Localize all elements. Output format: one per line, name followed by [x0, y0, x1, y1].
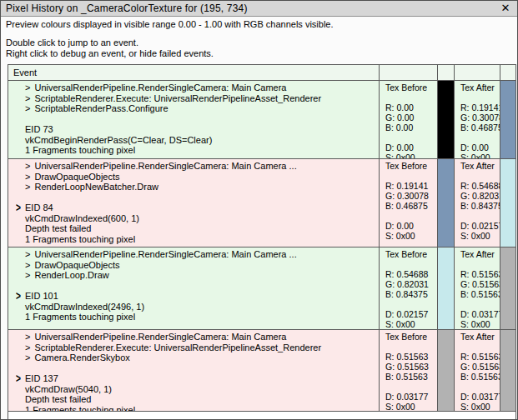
- api-call-label: vkCmdDrawIndexed(600, 1): [8, 213, 379, 224]
- tree-chevron-icon: >: [25, 342, 30, 353]
- window-titlebar[interactable]: Pixel History on _CameraColorTexture for…: [1, 1, 517, 17]
- depth-value: D: 0.03177: [460, 309, 500, 319]
- close-icon[interactable]: ✕: [499, 2, 512, 15]
- fragments-label: 1 Fragments touching pixel: [8, 312, 379, 322]
- eid-label: >EID 84: [8, 202, 379, 213]
- tex-before-cell: Tex Before R: 0.00 G: 0.00 B: 0.00 D: 0.…: [379, 81, 437, 158]
- tex-after-label: Tex After: [460, 82, 500, 92]
- tex-before-swatch: [438, 81, 454, 158]
- event-row-eid-73[interactable]: >UniversalRenderPipeline.RenderSingleCam…: [8, 81, 515, 159]
- tex-before-swatch: [438, 330, 454, 411]
- depth-value: D: 0.02157: [460, 221, 500, 231]
- eid-label: >EID 137: [8, 373, 379, 384]
- tex-before-cell: Tex Before R: 0.19141 G: 0.30078 B: 0.46…: [379, 159, 437, 247]
- event-context-line: >RenderLoopNewBatcher.Draw: [8, 182, 379, 192]
- tex-after-label: Tex After: [460, 161, 500, 171]
- tex-before-label: Tex Before: [385, 161, 437, 171]
- event-row-eid-137[interactable]: >UniversalRenderPipeline.RenderSingleCam…: [8, 330, 515, 412]
- tex-after-cell: Tex After R: 0.54688 G: 0.82031 B: 0.843…: [454, 159, 500, 247]
- channel-value-r: R: 0.19141: [385, 181, 437, 191]
- event-row-eid-84[interactable]: >UniversalRenderPipeline.RenderSingleCam…: [8, 159, 515, 248]
- stencil-value: S: 0x00: [385, 402, 437, 411]
- stencil-value: S: 0x00: [460, 231, 500, 241]
- eid-label: >EID 101: [8, 291, 379, 302]
- channel-value-g: G: 0.51563: [460, 362, 500, 372]
- eid-label: EID 73: [8, 124, 379, 135]
- tex-before-label: Tex Before: [385, 249, 437, 259]
- tex-after-swatch: [500, 248, 515, 329]
- event-context-line: >UniversalRenderPipeline.RenderSingleCam…: [8, 161, 379, 172]
- channel-value-r: R: 0.51563: [460, 269, 500, 279]
- event-cell: >UniversalRenderPipeline.RenderSingleCam…: [8, 81, 379, 158]
- event-context-line: >UniversalRenderPipeline.RenderSingleCam…: [8, 82, 379, 93]
- stencil-value: S: 0x00: [460, 319, 500, 329]
- channel-value-r: R: 0.54688: [460, 181, 500, 191]
- tex-before-cell: Tex Before R: 0.51563 G: 0.51563 B: 0.51…: [379, 330, 437, 411]
- tree-chevron-icon: >: [25, 172, 30, 182]
- event-cell: >UniversalRenderPipeline.RenderSingleCam…: [8, 159, 379, 247]
- channel-value-g: G: 0.82031: [460, 191, 500, 201]
- depth-value: D: 0.03177: [460, 392, 500, 402]
- api-call-label: vkCmdBeginRenderPass(C=Clear, DS=Clear): [8, 135, 379, 146]
- channel-value-b: B: 0.51563: [460, 289, 500, 299]
- test-result-label: Depth test failed: [8, 394, 379, 405]
- tree-chevron-icon: >: [25, 182, 30, 192]
- tree-chevron-icon: >: [25, 93, 30, 104]
- depth-value: D: 0.03177: [385, 392, 437, 402]
- stencil-value: S: 0x00: [385, 152, 437, 158]
- tex-before-label: Tex Before: [385, 332, 437, 342]
- channel-value-b: B: 0.51563: [460, 372, 500, 382]
- channel-value-b: B: 0.51563: [385, 372, 437, 382]
- event-context-line: >UniversalRenderPipeline.RenderSingleCam…: [8, 249, 379, 260]
- event-context-line: >UniversalRenderPipeline.RenderSingleCam…: [8, 332, 379, 342]
- tex-after-cell: Tex After R: 0.19141 G: 0.30078 B: 0.468…: [454, 81, 500, 158]
- event-context-line: >RenderLoop.Draw: [8, 270, 379, 281]
- selected-event-arrow-icon: >: [16, 290, 21, 302]
- fragments-label: 1 Fragments touching pixel: [8, 145, 379, 156]
- event-context-line: >Camera.RenderSkybox: [8, 352, 379, 363]
- tex-before-swatch: [438, 248, 454, 329]
- fragments-label: 1 Fragments touching pixel: [8, 234, 379, 245]
- tex-after-cell: Tex After R: 0.51563 G: 0.51563 B: 0.515…: [454, 330, 500, 411]
- tree-chevron-icon: >: [25, 270, 30, 281]
- depth-value: D: 0.02157: [385, 309, 437, 319]
- depth-value: D: 0.00: [385, 221, 437, 231]
- event-context-line: >ScriptableRenderPass.Configure: [8, 103, 379, 114]
- channel-value-r: R: 0.51563: [385, 352, 437, 362]
- channel-value-r: R: 0.54688: [385, 269, 437, 279]
- column-header-before-swatch: [437, 65, 454, 80]
- channel-value-g: G: 0.51563: [385, 362, 437, 372]
- selected-event-arrow-icon: >: [16, 372, 21, 384]
- channel-value-g: G: 0.30078: [385, 191, 437, 201]
- column-header-tex-before: [379, 65, 437, 80]
- channel-value-r: R: 0.00: [385, 102, 437, 112]
- stencil-value: S: 0x00: [385, 319, 437, 329]
- tree-chevron-icon: >: [25, 161, 30, 172]
- event-context-line: >DrawOpaqueObjects: [8, 260, 379, 271]
- pixel-history-table: Event >UniversalRenderPipeline.RenderSin…: [8, 64, 516, 420]
- tex-after-label: Tex After: [460, 332, 500, 342]
- pixel-history-window: { "titlebar": { "title": "Pixel History …: [0, 0, 518, 420]
- info-rightclick-hint: Right click to debug an event, or hide f…: [6, 48, 334, 59]
- info-visible-range: Preview colours displayed in visible ran…: [6, 19, 334, 30]
- channel-value-r: R: 0.51563: [460, 352, 500, 362]
- stencil-value: S: 0x00: [385, 231, 437, 241]
- column-header-event: Event: [8, 65, 379, 80]
- api-call-label: vkCmdDraw(5040, 1): [8, 384, 379, 395]
- window-title: Pixel History on _CameraColorTexture for…: [6, 2, 499, 14]
- tex-after-swatch: [500, 81, 515, 158]
- event-cell: >UniversalRenderPipeline.RenderSingleCam…: [8, 330, 379, 411]
- tree-chevron-icon: >: [25, 103, 30, 114]
- channel-value-b: B: 0.46875: [460, 122, 500, 132]
- channel-value-b: B: 0.00: [385, 122, 437, 132]
- tex-after-label: Tex After: [460, 249, 500, 259]
- event-context-line: >ScriptableRenderer.Execute: UniversalRe…: [8, 342, 379, 353]
- test-result-label: Depth test failed: [8, 223, 379, 234]
- tex-before-label: Tex Before: [385, 82, 437, 92]
- column-header-after-swatch: [500, 65, 515, 80]
- api-call-label: vkCmdDrawIndexed(2496, 1): [8, 302, 379, 312]
- tree-chevron-icon: >: [25, 82, 30, 93]
- event-row-eid-101[interactable]: >UniversalRenderPipeline.RenderSingleCam…: [8, 248, 515, 330]
- channel-value-g: G: 0.30078: [460, 112, 500, 122]
- event-cell: >UniversalRenderPipeline.RenderSingleCam…: [8, 248, 379, 329]
